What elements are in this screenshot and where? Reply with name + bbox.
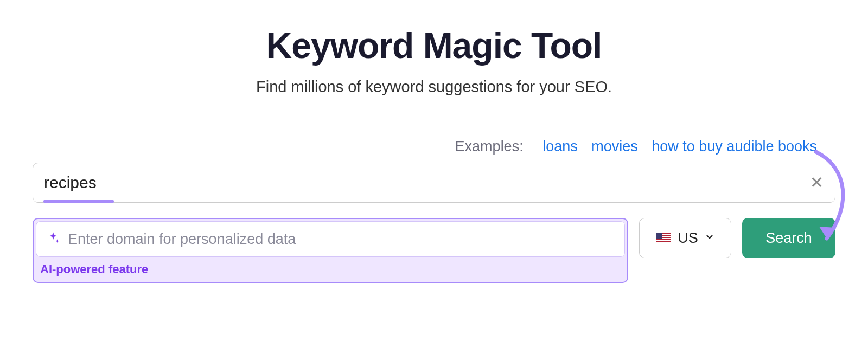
keyword-input[interactable] <box>33 163 835 203</box>
clear-icon[interactable]: ✕ <box>810 175 824 191</box>
search-button[interactable]: Search <box>742 218 835 258</box>
country-select[interactable]: US <box>639 218 731 258</box>
country-code-label: US <box>678 230 698 247</box>
domain-block: AI-powered feature <box>33 218 628 283</box>
ai-feature-label: AI-powered feature <box>34 257 627 282</box>
keyword-input-wrap: ✕ <box>33 163 835 203</box>
sparkle-icon <box>46 231 60 247</box>
domain-input[interactable] <box>68 231 615 248</box>
us-flag-icon <box>656 233 671 243</box>
page-subtitle: Find millions of keyword suggestions for… <box>33 78 835 96</box>
chevron-down-icon <box>705 232 714 245</box>
keyword-highlight-underline <box>43 200 114 203</box>
example-link-loans[interactable]: loans <box>542 138 578 155</box>
examples-label: Examples: <box>455 138 524 155</box>
examples-row: Examples: loans movies how to buy audibl… <box>33 138 835 155</box>
domain-input-wrap <box>36 221 625 257</box>
example-link-movies[interactable]: movies <box>591 138 638 155</box>
example-link-how-to-buy-audible-books[interactable]: how to buy audible books <box>652 138 817 155</box>
second-row: AI-powered feature US Search <box>33 218 835 283</box>
page-title: Keyword Magic Tool <box>33 25 835 66</box>
